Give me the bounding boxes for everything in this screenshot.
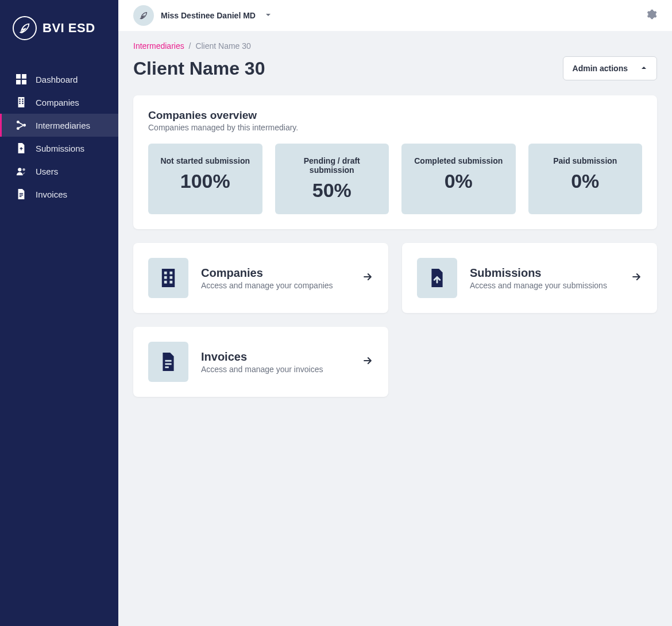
svg-rect-7 xyxy=(19,101,20,102)
nav: Dashboard Companies Intermediaries Submi… xyxy=(0,68,118,206)
submissions-icon xyxy=(16,143,26,153)
link-title: Invoices xyxy=(201,350,349,364)
user-menu-toggle[interactable]: Miss Destinee Daniel MD xyxy=(133,5,272,26)
svg-rect-10 xyxy=(22,103,23,104)
intermediaries-icon xyxy=(16,120,26,130)
admin-actions-button[interactable]: Admin actions xyxy=(563,56,657,80)
sidebar-item-label: Invoices xyxy=(36,190,67,199)
sidebar-item-label: Submissions xyxy=(36,144,84,153)
svg-rect-5 xyxy=(19,99,20,100)
link-card-invoices[interactable]: Invoices Access and manage your invoices xyxy=(133,327,388,397)
file-lines-icon xyxy=(148,342,188,382)
svg-rect-30 xyxy=(165,366,168,368)
breadcrumb-current: Client Name 30 xyxy=(195,41,251,51)
svg-rect-0 xyxy=(16,74,21,79)
logo-text: BVI ESD xyxy=(43,21,95,36)
link-card-companies[interactable]: Companies Access and manage your compani… xyxy=(133,243,388,313)
content: Intermediaries / Client Name 30 Client N… xyxy=(118,31,672,626)
stat-label: Pending / draft submission xyxy=(282,156,383,175)
svg-rect-6 xyxy=(22,99,23,100)
sidebar-item-submissions[interactable]: Submissions xyxy=(0,137,118,160)
stat-completed: Completed submission 0% xyxy=(401,144,516,214)
svg-rect-9 xyxy=(19,103,20,104)
sidebar-item-label: Intermediaries xyxy=(36,121,90,130)
sidebar: BVI ESD Dashboard Companies Intermediari… xyxy=(0,0,118,626)
link-card-submissions[interactable]: Submissions Access and manage your submi… xyxy=(402,243,657,313)
svg-rect-19 xyxy=(20,195,23,195)
file-upload-icon xyxy=(417,258,457,298)
svg-point-13 xyxy=(23,124,26,127)
svg-rect-22 xyxy=(164,272,167,275)
arrow-right-icon xyxy=(631,271,642,285)
users-icon xyxy=(16,166,26,176)
svg-rect-27 xyxy=(169,281,172,284)
breadcrumb-parent[interactable]: Intermediaries xyxy=(133,41,184,51)
stat-not-started: Not started submission 100% xyxy=(148,144,262,214)
sidebar-item-dashboard[interactable]: Dashboard xyxy=(0,68,118,91)
settings-button[interactable] xyxy=(646,9,657,22)
sidebar-item-companies[interactable]: Companies xyxy=(0,91,118,114)
companies-icon xyxy=(16,97,26,107)
building-icon xyxy=(148,258,188,298)
main: Miss Destinee Daniel MD Intermediaries /… xyxy=(118,0,672,626)
svg-rect-24 xyxy=(164,276,167,279)
sidebar-item-label: Dashboard xyxy=(36,75,78,84)
avatar xyxy=(133,5,154,26)
stat-value: 0% xyxy=(408,170,509,192)
svg-rect-26 xyxy=(164,281,167,284)
svg-point-17 xyxy=(22,168,25,171)
page-head: Client Name 30 Admin actions xyxy=(133,56,657,80)
companies-overview-card: Companies overview Companies managed by … xyxy=(133,95,657,229)
stats-row: Not started submission 100% Pending / dr… xyxy=(148,144,642,214)
topbar: Miss Destinee Daniel MD xyxy=(118,0,672,31)
link-title: Submissions xyxy=(470,266,618,280)
svg-rect-28 xyxy=(165,360,171,362)
arrow-right-icon xyxy=(362,355,373,369)
user-name: Miss Destinee Daniel MD xyxy=(161,11,256,20)
svg-rect-18 xyxy=(20,193,23,194)
arrow-right-icon xyxy=(362,271,373,285)
stat-paid: Paid submission 0% xyxy=(528,144,643,214)
dashboard-icon xyxy=(16,74,26,84)
svg-rect-21 xyxy=(162,269,175,287)
svg-rect-4 xyxy=(18,97,25,107)
card-subtitle: Companies managed by this intermediary. xyxy=(148,123,642,132)
page-title: Client Name 30 xyxy=(133,58,265,79)
svg-rect-25 xyxy=(169,276,172,279)
admin-actions-label: Admin actions xyxy=(573,64,628,73)
chevron-down-icon xyxy=(265,10,272,21)
sidebar-item-label: Users xyxy=(36,167,58,176)
stat-value: 100% xyxy=(155,170,256,192)
chevron-up-icon xyxy=(640,64,647,73)
feather-icon xyxy=(13,16,37,40)
stat-pending: Pending / draft submission 50% xyxy=(275,144,389,214)
link-subtitle: Access and manage your invoices xyxy=(201,365,349,374)
stat-value: 50% xyxy=(282,179,383,202)
svg-rect-20 xyxy=(20,196,22,197)
svg-rect-8 xyxy=(22,101,23,102)
svg-rect-23 xyxy=(169,272,172,275)
sidebar-item-label: Companies xyxy=(36,98,79,107)
stat-label: Not started submission xyxy=(155,156,256,165)
svg-rect-29 xyxy=(165,363,171,365)
link-subtitle: Access and manage your companies xyxy=(201,281,349,290)
stat-label: Paid submission xyxy=(535,156,636,165)
stat-label: Completed submission xyxy=(408,156,509,165)
card-title: Companies overview xyxy=(148,109,642,122)
svg-rect-2 xyxy=(16,80,21,84)
link-title: Companies xyxy=(201,266,349,280)
svg-point-16 xyxy=(18,168,21,171)
invoices-icon xyxy=(16,189,26,199)
sidebar-item-invoices[interactable]: Invoices xyxy=(0,183,118,206)
sidebar-item-users[interactable]: Users xyxy=(0,160,118,183)
svg-rect-3 xyxy=(22,80,26,84)
svg-rect-1 xyxy=(22,74,26,79)
breadcrumb-separator: / xyxy=(189,41,191,51)
stat-value: 0% xyxy=(535,170,636,192)
link-grid: Companies Access and manage your compani… xyxy=(133,243,657,397)
sidebar-item-intermediaries[interactable]: Intermediaries xyxy=(0,114,118,137)
svg-line-14 xyxy=(19,123,23,125)
breadcrumb: Intermediaries / Client Name 30 xyxy=(133,31,657,56)
link-subtitle: Access and manage your submissions xyxy=(470,281,618,290)
logo[interactable]: BVI ESD xyxy=(0,0,118,56)
